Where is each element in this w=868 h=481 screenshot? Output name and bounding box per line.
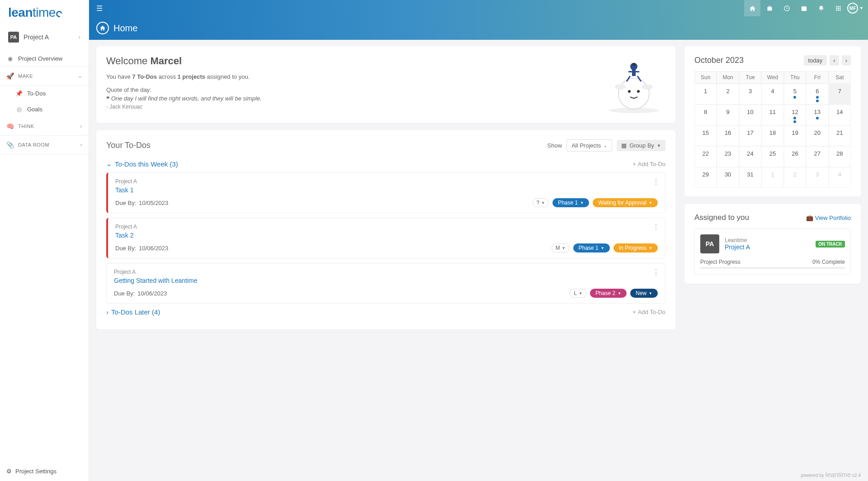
- calendar-day[interactable]: 2: [784, 167, 806, 188]
- calendar-day[interactable]: 20: [806, 125, 828, 146]
- phase-pill[interactable]: Phase 2 ▼: [590, 289, 627, 298]
- calendar-day[interactable]: 1: [761, 167, 783, 188]
- calendar-prev[interactable]: ‹: [830, 55, 839, 66]
- phase-pill[interactable]: Phase 1 ▼: [573, 243, 610, 252]
- gear-icon: ⚙: [6, 468, 12, 475]
- dashboard-icon: ◉: [6, 55, 14, 62]
- calendar-day[interactable]: 3: [739, 84, 761, 105]
- calendar-icon[interactable]: [796, 0, 812, 16]
- calendar-day[interactable]: 14: [829, 105, 851, 125]
- calendar-day[interactable]: 30: [717, 167, 739, 188]
- svg-point-14: [628, 90, 631, 93]
- calendar-day-header: Fri: [806, 71, 828, 84]
- quote-label: Quote of the day:: [106, 86, 593, 93]
- calendar-day[interactable]: 13: [806, 105, 828, 125]
- project-selector[interactable]: PA Project A ›: [3, 28, 86, 46]
- nav-section-think[interactable]: 🧠 THINK ›: [0, 117, 89, 136]
- todo-task-link[interactable]: Getting Started with Leantime: [114, 277, 658, 284]
- calendar-day[interactable]: 24: [739, 146, 761, 167]
- effort-pill[interactable]: L ▼: [570, 289, 586, 298]
- user-menu[interactable]: MF ▼: [847, 0, 863, 16]
- project-link[interactable]: Project A: [725, 243, 750, 251]
- briefcase-icon[interactable]: [761, 0, 778, 16]
- add-todo-week[interactable]: + Add To-Do: [632, 161, 665, 167]
- view-portfolio-link[interactable]: 💼 View Portfolio: [806, 214, 851, 221]
- calendar-day-header: Mon: [717, 71, 739, 84]
- calendar-day[interactable]: 7: [829, 84, 851, 105]
- calendar-day[interactable]: 26: [784, 146, 806, 167]
- calendar-day[interactable]: 22: [694, 146, 717, 167]
- calendar-day[interactable]: 4: [761, 84, 783, 105]
- status-pill[interactable]: New ▼: [630, 289, 658, 298]
- calendar-day[interactable]: 23: [717, 146, 739, 167]
- calendar-day[interactable]: 1: [694, 84, 717, 105]
- todo-item[interactable]: ⋮ Project A Task 2 Due By:10/06/2023 M ▼…: [106, 218, 665, 258]
- calendar-day[interactable]: 19: [784, 125, 806, 146]
- nav-todos[interactable]: 📌 To-Dos: [0, 86, 89, 101]
- calendar-today[interactable]: today: [804, 55, 827, 66]
- calendar-day[interactable]: 27: [806, 146, 828, 167]
- welcome-illustration: [602, 55, 665, 114]
- assigned-project[interactable]: PA Leantime Project A ON TRACK Project P…: [694, 229, 851, 275]
- home-icon[interactable]: [744, 0, 760, 16]
- calendar-next[interactable]: ›: [842, 55, 851, 66]
- brand-logo[interactable]: leantime: [0, 0, 89, 25]
- group-later-toggle[interactable]: › To-Dos Later (4): [106, 308, 160, 316]
- effort-pill[interactable]: ? ▼: [533, 198, 549, 207]
- todo-task-link[interactable]: Task 1: [115, 186, 658, 194]
- project-filter[interactable]: All Projects⌄: [566, 139, 612, 152]
- nav-project-settings[interactable]: ⚙ Project Settings: [0, 462, 89, 481]
- kebab-icon[interactable]: ⋮: [652, 177, 660, 186]
- nav-section-make[interactable]: 🚀 MAKE ⌄: [0, 67, 89, 86]
- calendar-day[interactable]: 4: [829, 167, 851, 188]
- calendar-day[interactable]: 25: [761, 146, 783, 167]
- project-name: Project A: [24, 33, 74, 41]
- calendar-day[interactable]: 17: [739, 125, 761, 146]
- chevron-right-icon: ›: [106, 308, 108, 316]
- calendar-day[interactable]: 10: [739, 105, 761, 125]
- calendar-day[interactable]: 15: [694, 125, 717, 146]
- calendar-day[interactable]: 31: [739, 167, 761, 188]
- nav-section-dataroom[interactable]: 📎 DATA ROOM ›: [0, 136, 89, 154]
- brain-icon: 🧠: [6, 123, 14, 130]
- group-by-button[interactable]: ▦ Group By ▼: [617, 140, 665, 151]
- calendar-day[interactable]: 21: [829, 125, 851, 146]
- todo-task-link[interactable]: Task 2: [115, 232, 658, 239]
- nav-project-overview[interactable]: ◉ Project Overview: [0, 51, 89, 67]
- footer: powered by leantime v2.4: [801, 471, 861, 478]
- calendar-day[interactable]: 12: [784, 105, 806, 125]
- calendar-day[interactable]: 16: [717, 125, 739, 146]
- svg-rect-3: [836, 6, 837, 7]
- calendar-day[interactable]: 5: [784, 84, 806, 105]
- paperclip-icon: 📎: [6, 141, 14, 148]
- phase-pill[interactable]: Phase 1 ▼: [552, 198, 589, 207]
- kebab-icon[interactable]: ⋮: [652, 223, 660, 231]
- calendar-day[interactable]: 11: [761, 105, 783, 125]
- chevron-right-icon: ›: [79, 34, 80, 40]
- assigned-card: Assigned to you 💼 View Portfolio PA Lean…: [684, 204, 861, 284]
- svg-point-16: [615, 84, 626, 90]
- nav-goals[interactable]: ◎ Goals: [0, 101, 89, 117]
- status-pill[interactable]: Waiting for Approval ▼: [593, 198, 658, 207]
- clock-icon[interactable]: [778, 0, 795, 16]
- bell-icon[interactable]: [813, 0, 829, 16]
- calendar-day[interactable]: 9: [717, 105, 739, 125]
- calendar-day[interactable]: 28: [829, 146, 851, 167]
- effort-pill[interactable]: M ▼: [552, 243, 570, 252]
- calendar-day[interactable]: 6: [806, 84, 828, 105]
- calendar-day[interactable]: 8: [694, 105, 717, 125]
- calendar-day[interactable]: 3: [806, 167, 828, 188]
- status-badge: ON TRACK: [816, 241, 845, 248]
- kebab-icon[interactable]: ⋮: [652, 268, 660, 276]
- group-week-toggle[interactable]: ⌄ To-Dos this Week (3): [106, 160, 178, 168]
- status-pill[interactable]: In Progress ▼: [613, 243, 658, 252]
- calendar-day[interactable]: 29: [694, 167, 717, 188]
- svg-rect-21: [636, 71, 639, 72]
- apps-icon[interactable]: [830, 0, 846, 16]
- calendar-day[interactable]: 18: [761, 125, 783, 146]
- todo-item[interactable]: ⋮ Project A Task 1 Due By:10/05/2023 ? ▼…: [106, 172, 665, 213]
- todo-item[interactable]: ⋮ Project A Getting Started with Leantim…: [106, 263, 665, 304]
- calendar-day[interactable]: 2: [717, 84, 739, 105]
- menu-toggle[interactable]: ☰: [94, 1, 105, 15]
- add-todo-later[interactable]: + Add To-Do: [632, 309, 665, 315]
